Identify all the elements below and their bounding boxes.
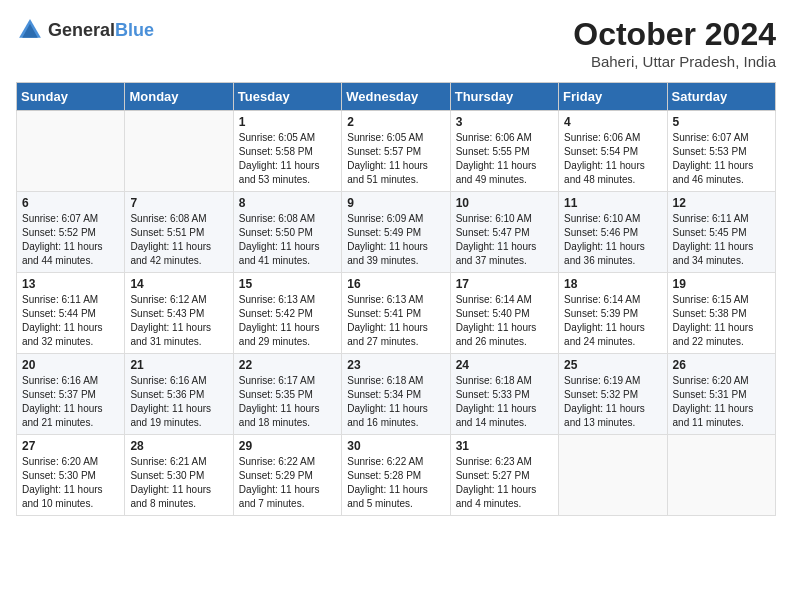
title-block: October 2024 Baheri, Uttar Pradesh, Indi…: [573, 16, 776, 70]
day-info: Sunrise: 6:14 AMSunset: 5:40 PMDaylight:…: [456, 293, 553, 349]
day-info: Sunrise: 6:08 AMSunset: 5:50 PMDaylight:…: [239, 212, 336, 268]
weekday-header: Friday: [559, 83, 667, 111]
calendar-cell: 20Sunrise: 6:16 AMSunset: 5:37 PMDayligh…: [17, 354, 125, 435]
calendar-cell: 17Sunrise: 6:14 AMSunset: 5:40 PMDayligh…: [450, 273, 558, 354]
day-info: Sunrise: 6:21 AMSunset: 5:30 PMDaylight:…: [130, 455, 227, 511]
calendar-cell: [559, 435, 667, 516]
day-number: 24: [456, 358, 553, 372]
day-number: 22: [239, 358, 336, 372]
calendar-cell: 13Sunrise: 6:11 AMSunset: 5:44 PMDayligh…: [17, 273, 125, 354]
calendar-cell: 28Sunrise: 6:21 AMSunset: 5:30 PMDayligh…: [125, 435, 233, 516]
calendar-cell: 30Sunrise: 6:22 AMSunset: 5:28 PMDayligh…: [342, 435, 450, 516]
calendar-cell: 3Sunrise: 6:06 AMSunset: 5:55 PMDaylight…: [450, 111, 558, 192]
day-info: Sunrise: 6:18 AMSunset: 5:34 PMDaylight:…: [347, 374, 444, 430]
calendar-week-row: 1Sunrise: 6:05 AMSunset: 5:58 PMDaylight…: [17, 111, 776, 192]
calendar-week-row: 27Sunrise: 6:20 AMSunset: 5:30 PMDayligh…: [17, 435, 776, 516]
day-info: Sunrise: 6:07 AMSunset: 5:53 PMDaylight:…: [673, 131, 770, 187]
day-info: Sunrise: 6:06 AMSunset: 5:55 PMDaylight:…: [456, 131, 553, 187]
day-number: 9: [347, 196, 444, 210]
day-info: Sunrise: 6:16 AMSunset: 5:37 PMDaylight:…: [22, 374, 119, 430]
day-info: Sunrise: 6:10 AMSunset: 5:46 PMDaylight:…: [564, 212, 661, 268]
day-number: 25: [564, 358, 661, 372]
calendar-cell: 24Sunrise: 6:18 AMSunset: 5:33 PMDayligh…: [450, 354, 558, 435]
day-number: 19: [673, 277, 770, 291]
calendar-cell: 1Sunrise: 6:05 AMSunset: 5:58 PMDaylight…: [233, 111, 341, 192]
calendar-cell: 26Sunrise: 6:20 AMSunset: 5:31 PMDayligh…: [667, 354, 775, 435]
day-number: 5: [673, 115, 770, 129]
calendar-cell: 15Sunrise: 6:13 AMSunset: 5:42 PMDayligh…: [233, 273, 341, 354]
logo: GeneralBlue: [16, 16, 154, 44]
day-info: Sunrise: 6:13 AMSunset: 5:41 PMDaylight:…: [347, 293, 444, 349]
calendar-cell: 16Sunrise: 6:13 AMSunset: 5:41 PMDayligh…: [342, 273, 450, 354]
day-info: Sunrise: 6:05 AMSunset: 5:57 PMDaylight:…: [347, 131, 444, 187]
month-year: October 2024: [573, 16, 776, 53]
day-number: 26: [673, 358, 770, 372]
day-info: Sunrise: 6:14 AMSunset: 5:39 PMDaylight:…: [564, 293, 661, 349]
calendar-cell: 5Sunrise: 6:07 AMSunset: 5:53 PMDaylight…: [667, 111, 775, 192]
calendar-cell: 29Sunrise: 6:22 AMSunset: 5:29 PMDayligh…: [233, 435, 341, 516]
day-info: Sunrise: 6:17 AMSunset: 5:35 PMDaylight:…: [239, 374, 336, 430]
day-number: 4: [564, 115, 661, 129]
day-number: 21: [130, 358, 227, 372]
calendar-week-row: 6Sunrise: 6:07 AMSunset: 5:52 PMDaylight…: [17, 192, 776, 273]
location: Baheri, Uttar Pradesh, India: [573, 53, 776, 70]
calendar-cell: 21Sunrise: 6:16 AMSunset: 5:36 PMDayligh…: [125, 354, 233, 435]
day-info: Sunrise: 6:20 AMSunset: 5:31 PMDaylight:…: [673, 374, 770, 430]
day-info: Sunrise: 6:11 AMSunset: 5:44 PMDaylight:…: [22, 293, 119, 349]
day-number: 31: [456, 439, 553, 453]
day-number: 23: [347, 358, 444, 372]
day-info: Sunrise: 6:09 AMSunset: 5:49 PMDaylight:…: [347, 212, 444, 268]
day-info: Sunrise: 6:16 AMSunset: 5:36 PMDaylight:…: [130, 374, 227, 430]
calendar-cell: [17, 111, 125, 192]
day-number: 17: [456, 277, 553, 291]
calendar-cell: [125, 111, 233, 192]
day-info: Sunrise: 6:19 AMSunset: 5:32 PMDaylight:…: [564, 374, 661, 430]
day-number: 30: [347, 439, 444, 453]
weekday-header-row: SundayMondayTuesdayWednesdayThursdayFrid…: [17, 83, 776, 111]
day-info: Sunrise: 6:05 AMSunset: 5:58 PMDaylight:…: [239, 131, 336, 187]
day-info: Sunrise: 6:22 AMSunset: 5:29 PMDaylight:…: [239, 455, 336, 511]
logo-text-general: General: [48, 20, 115, 40]
day-info: Sunrise: 6:07 AMSunset: 5:52 PMDaylight:…: [22, 212, 119, 268]
calendar-cell: 12Sunrise: 6:11 AMSunset: 5:45 PMDayligh…: [667, 192, 775, 273]
day-info: Sunrise: 6:15 AMSunset: 5:38 PMDaylight:…: [673, 293, 770, 349]
day-info: Sunrise: 6:11 AMSunset: 5:45 PMDaylight:…: [673, 212, 770, 268]
day-number: 16: [347, 277, 444, 291]
weekday-header: Sunday: [17, 83, 125, 111]
calendar-cell: 10Sunrise: 6:10 AMSunset: 5:47 PMDayligh…: [450, 192, 558, 273]
weekday-header: Wednesday: [342, 83, 450, 111]
calendar-table: SundayMondayTuesdayWednesdayThursdayFrid…: [16, 82, 776, 516]
day-number: 15: [239, 277, 336, 291]
calendar-cell: 31Sunrise: 6:23 AMSunset: 5:27 PMDayligh…: [450, 435, 558, 516]
day-number: 11: [564, 196, 661, 210]
weekday-header: Tuesday: [233, 83, 341, 111]
calendar-cell: 22Sunrise: 6:17 AMSunset: 5:35 PMDayligh…: [233, 354, 341, 435]
day-info: Sunrise: 6:20 AMSunset: 5:30 PMDaylight:…: [22, 455, 119, 511]
day-info: Sunrise: 6:23 AMSunset: 5:27 PMDaylight:…: [456, 455, 553, 511]
calendar-cell: 27Sunrise: 6:20 AMSunset: 5:30 PMDayligh…: [17, 435, 125, 516]
day-number: 6: [22, 196, 119, 210]
weekday-header: Saturday: [667, 83, 775, 111]
calendar-cell: 9Sunrise: 6:09 AMSunset: 5:49 PMDaylight…: [342, 192, 450, 273]
page-header: GeneralBlue October 2024 Baheri, Uttar P…: [16, 16, 776, 70]
day-info: Sunrise: 6:06 AMSunset: 5:54 PMDaylight:…: [564, 131, 661, 187]
calendar-week-row: 13Sunrise: 6:11 AMSunset: 5:44 PMDayligh…: [17, 273, 776, 354]
calendar-cell: 19Sunrise: 6:15 AMSunset: 5:38 PMDayligh…: [667, 273, 775, 354]
day-number: 7: [130, 196, 227, 210]
day-number: 29: [239, 439, 336, 453]
calendar-cell: [667, 435, 775, 516]
calendar-cell: 2Sunrise: 6:05 AMSunset: 5:57 PMDaylight…: [342, 111, 450, 192]
day-number: 12: [673, 196, 770, 210]
day-number: 10: [456, 196, 553, 210]
calendar-cell: 7Sunrise: 6:08 AMSunset: 5:51 PMDaylight…: [125, 192, 233, 273]
day-info: Sunrise: 6:10 AMSunset: 5:47 PMDaylight:…: [456, 212, 553, 268]
calendar-cell: 8Sunrise: 6:08 AMSunset: 5:50 PMDaylight…: [233, 192, 341, 273]
day-number: 27: [22, 439, 119, 453]
calendar-cell: 18Sunrise: 6:14 AMSunset: 5:39 PMDayligh…: [559, 273, 667, 354]
day-number: 13: [22, 277, 119, 291]
day-info: Sunrise: 6:22 AMSunset: 5:28 PMDaylight:…: [347, 455, 444, 511]
day-number: 18: [564, 277, 661, 291]
day-number: 28: [130, 439, 227, 453]
weekday-header: Thursday: [450, 83, 558, 111]
calendar-cell: 23Sunrise: 6:18 AMSunset: 5:34 PMDayligh…: [342, 354, 450, 435]
